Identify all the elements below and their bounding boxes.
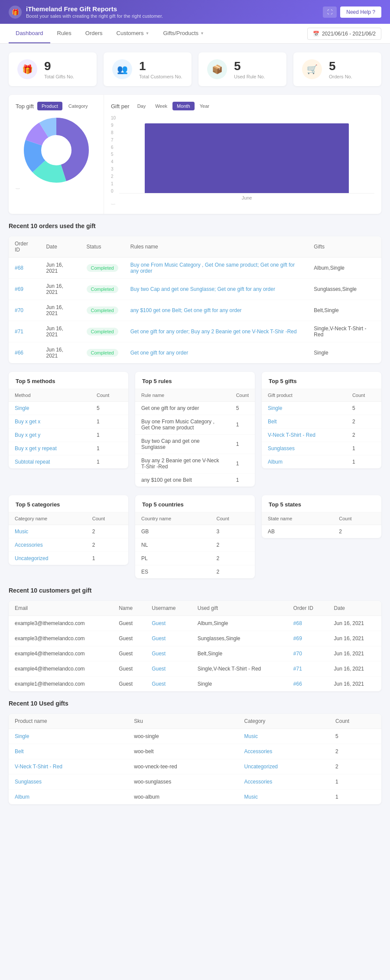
stat-customers-info: 1 Total Customers No.: [139, 59, 182, 79]
app-title: iThemeland Free Gift Reports: [26, 5, 163, 13]
expand-button[interactable]: ⛶: [323, 6, 337, 18]
list-item: AB2: [262, 525, 381, 538]
used-gift-link-album[interactable]: Album: [15, 794, 29, 800]
customer-gift-5: Single: [192, 677, 287, 692]
used-gift-sku-album: woo-album: [128, 790, 238, 805]
rule-link-68[interactable]: Buy one From Music Category , Get One sa…: [130, 262, 295, 274]
category-link-music[interactable]: Music: [15, 529, 28, 535]
used-gift-link-belt[interactable]: Belt: [15, 748, 24, 754]
method-link-subtotal[interactable]: Subtotal repeat: [15, 459, 50, 465]
main-content: 🎁 9 Total Gifts No. 👥 1 Total Customers …: [0, 44, 390, 822]
customer-order-4[interactable]: #71: [293, 666, 302, 672]
customer-username-4[interactable]: Guest: [152, 666, 166, 672]
category-link-uncategorized[interactable]: Uncategorized: [15, 555, 48, 561]
tab-category[interactable]: Category: [64, 102, 92, 110]
order-link-68[interactable]: #68: [15, 265, 23, 271]
gift-link-sunglasses[interactable]: Sunglasses: [268, 445, 295, 451]
header-text: iThemeland Free Gift Reports Boost your …: [26, 5, 163, 19]
table-row: #71 Jun 16, 2021 Completed Get one gift …: [9, 321, 381, 342]
top-gift-tabs: Product Category: [37, 102, 92, 110]
customer-order-3[interactable]: #70: [293, 651, 302, 657]
tab-product[interactable]: Product: [37, 102, 62, 110]
order-link-71[interactable]: #71: [15, 329, 23, 335]
help-button[interactable]: Need Help ?: [340, 6, 381, 18]
list-item: V-Neck T-Shirt - Red2: [262, 429, 381, 442]
list-item: Accessories2: [9, 538, 128, 552]
customer-date-3: Jun 16, 2021: [328, 646, 381, 661]
used-gift-cat-vneck[interactable]: Uncategorized: [244, 764, 278, 770]
date-range-picker[interactable]: 📅 2021/06/16 - 2021/06/2: [307, 28, 381, 40]
status-badge-70: Completed: [87, 306, 118, 314]
customer-gift-4: Single,V-Neck T-Shirt - Red: [192, 661, 287, 677]
gift-link-vneck[interactable]: V-Neck T-Shirt - Red: [268, 432, 315, 438]
method-link-single[interactable]: Single: [15, 405, 29, 411]
charts-row: Top gift Product Category: [9, 95, 381, 214]
order-link-70[interactable]: #70: [15, 307, 23, 313]
customer-email-4: example4@ithemelandco.com: [9, 661, 113, 677]
recent-orders-tbody: #68 Jun 16, 2021 Completed Buy one From …: [9, 258, 381, 364]
rule-count-5: 1: [230, 474, 255, 487]
customer-name-1: Guest: [113, 616, 146, 631]
used-gift-cat-sunglasses[interactable]: Accessories: [244, 779, 273, 785]
customer-order-5[interactable]: #66: [293, 681, 302, 687]
rule-count-2: 1: [230, 415, 255, 435]
order-link-69[interactable]: #69: [15, 286, 23, 292]
rule-link-70[interactable]: any $100 get one Belt; Get one gift for …: [130, 307, 242, 313]
tab-week[interactable]: Week: [151, 102, 172, 110]
customer-username-5[interactable]: Guest: [152, 681, 166, 687]
used-gift-cat-belt[interactable]: Accessories: [244, 748, 273, 754]
tab-year[interactable]: Year: [195, 102, 214, 110]
tab-day[interactable]: Day: [133, 102, 150, 110]
nav-item-orders[interactable]: Orders: [78, 24, 110, 43]
recent-orders-table-card: Order ID Date Status Rules name Gifts #6…: [9, 236, 381, 363]
rule-link-69[interactable]: Buy two Cap and get one Sunglasse; Get o…: [130, 286, 275, 292]
used-gift-cat-single[interactable]: Music: [244, 733, 258, 739]
method-count-single: 5: [91, 402, 128, 415]
method-link-bxgy[interactable]: Buy x get y: [15, 432, 40, 438]
customer-email-5: example1@ithemelandco.com: [9, 677, 113, 692]
col-date-c: Date: [328, 601, 381, 616]
used-gift-link-sunglasses[interactable]: Sunglasses: [15, 779, 42, 785]
top5-states-col: Top 5 states State name Count AB2: [262, 495, 381, 578]
list-item: Single5: [262, 402, 381, 415]
nav-item-gifts[interactable]: Gifts/Products ▼: [156, 24, 211, 43]
top5-categories-card: Top 5 categories Category name Count Mus…: [9, 495, 128, 565]
nav-item-customers[interactable]: Customers ▼: [110, 24, 156, 43]
customer-order-1[interactable]: #68: [293, 620, 302, 626]
nav-item-rules[interactable]: Rules: [50, 24, 78, 43]
used-gift-sku-vneck: woo-vneck-tee-red: [128, 759, 238, 774]
y-label-5: 5: [111, 152, 116, 157]
gift-count-vneck: 2: [346, 429, 381, 442]
pie-chart-container: [16, 116, 97, 185]
used-gift-cat-album[interactable]: Music: [244, 794, 258, 800]
col-gifts: Gifts: [308, 236, 381, 258]
top5-categories-tbody: Music2 Accessories2 Uncategorized1: [9, 525, 128, 565]
tab-month[interactable]: Month: [172, 102, 195, 110]
customer-gift-1: Album,Single: [192, 616, 287, 631]
rule-link-66[interactable]: Get one gift for any order: [130, 350, 188, 356]
customer-username-3[interactable]: Guest: [152, 651, 166, 657]
order-link-66[interactable]: #66: [15, 350, 23, 356]
used-gift-link-single[interactable]: Single: [15, 733, 29, 739]
gift-link-single[interactable]: Single: [268, 405, 282, 411]
order-date-69: Jun 16, 2021: [40, 279, 80, 300]
top5-countries-title: Top 5 countries: [135, 495, 255, 513]
gift-link-belt[interactable]: Belt: [268, 419, 277, 425]
method-link-bxgyr[interactable]: Buy x get y repeat: [15, 445, 57, 451]
customer-order-2[interactable]: #69: [293, 635, 302, 642]
category-link-accessories[interactable]: Accessories: [15, 542, 43, 548]
method-link-bxgx[interactable]: Buy x get x: [15, 419, 40, 425]
customer-username-2[interactable]: Guest: [152, 635, 166, 642]
customer-username-1[interactable]: Guest: [152, 620, 166, 626]
used-gift-count-belt: 2: [329, 744, 381, 759]
rule-link-71[interactable]: Get one gift for any order; Buy any 2 Be…: [130, 329, 297, 335]
y-label-3: 3: [111, 167, 116, 171]
col-rule-name: Rule name: [135, 389, 230, 402]
used-gift-link-vneck[interactable]: V-Neck T-Shirt - Red: [15, 764, 62, 770]
total-customers-label: Total Customers No.: [139, 74, 182, 79]
used-gift-sku-belt: woo-belt: [128, 744, 238, 759]
table-row: V-Neck T-Shirt - Red woo-vneck-tee-red U…: [9, 759, 381, 774]
gift-link-album[interactable]: Album: [268, 459, 283, 465]
nav-item-dashboard[interactable]: Dashboard: [9, 24, 50, 43]
top5-rules-tbody: Get one gift for any order5 Buy one From…: [135, 402, 255, 487]
